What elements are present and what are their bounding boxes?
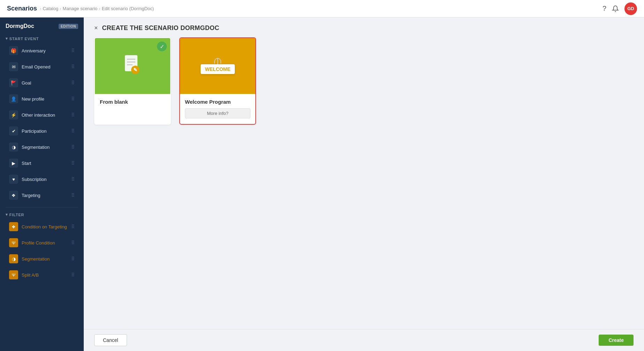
card-from-blank-body: From blank: [95, 94, 170, 114]
sidebar-item-condition-on-targeting[interactable]: ❖ Condition on Targeting ⠿: [6, 219, 78, 234]
sidebar-header: DormgDoc EDITION: [0, 17, 84, 34]
from-blank-check: ✓: [157, 42, 167, 51]
profile-condition-label: Profile Condition: [22, 240, 55, 246]
anniversary-drag[interactable]: ⠿: [71, 48, 75, 53]
main-content: ✎ ✓ From blank WELCOME Welcome Progr: [84, 37, 644, 329]
svg-rect-2: [127, 61, 135, 63]
breadcrumb-manage[interactable]: Manage scenario: [63, 6, 98, 11]
app-title: Scenarios: [7, 5, 37, 12]
breadcrumb-sep-2: ›: [60, 6, 61, 11]
sidebar-item-split-ab[interactable]: Ψ Split A/B ⠿: [6, 267, 78, 283]
sidebar-section-start-event: ▾ START EVENT 🎁 Anniversary ⠿ ✉ Email Op…: [0, 34, 84, 205]
other-interaction-drag[interactable]: ⠿: [71, 112, 75, 118]
participation-drag[interactable]: ⠿: [71, 128, 75, 134]
welcome-program-label: Welcome Program: [185, 99, 250, 105]
sidebar-divider: [6, 207, 78, 207]
sidebar-item-other-interaction[interactable]: ⚡ Other interaction ⠿: [6, 107, 78, 123]
create-button[interactable]: Create: [599, 335, 634, 346]
svg-rect-1: [127, 59, 135, 60]
welcome-sign: WELCOME: [201, 64, 234, 74]
breadcrumb-catalog[interactable]: Catalog: [43, 6, 58, 11]
main-panel: × CREATE THE SCENARIO DORMGDOC ✎ ✓: [84, 17, 644, 351]
subscription-drag[interactable]: ⠿: [71, 176, 75, 182]
anniversary-icon: 🎁: [9, 46, 18, 55]
breadcrumb-sep-1: ›: [40, 6, 41, 11]
welcome-hanger: WELCOME: [201, 58, 234, 74]
goal-label: Goal: [22, 80, 31, 86]
email-opened-drag[interactable]: ⠿: [71, 64, 75, 70]
breadcrumb: › Catalog › Manage scenario › Edit scena…: [40, 6, 154, 11]
profile-condition-drag[interactable]: ⠿: [71, 240, 75, 246]
condition-on-targeting-icon: ❖: [9, 222, 18, 231]
segmentation-filter-drag[interactable]: ⠿: [71, 256, 75, 262]
participation-label: Participation: [22, 129, 47, 134]
card-welcome-image: WELCOME: [180, 38, 255, 94]
card-from-blank-image: ✎ ✓: [95, 38, 170, 94]
sidebar-item-participation[interactable]: ✔ Participation ⠿: [6, 123, 78, 139]
new-profile-icon: 👤: [9, 94, 18, 103]
goal-drag[interactable]: ⠿: [71, 80, 75, 86]
start-icon: ▶: [9, 159, 18, 168]
goal-icon: 🚩: [9, 78, 18, 87]
section-label-filter: ▾ FILTER: [6, 212, 78, 217]
sidebar-item-email-opened[interactable]: ✉ Email Opened ⠿: [6, 59, 78, 74]
subscription-label: Subscription: [22, 177, 47, 182]
segmentation-icon: ◑: [9, 142, 18, 152]
card-welcome-body: Welcome Program More info?: [180, 94, 255, 124]
condition-on-targeting-label: Condition on Targeting: [22, 224, 67, 229]
topbar-right: ? GD: [602, 2, 637, 15]
participation-icon: ✔: [9, 126, 18, 136]
other-interaction-icon: ⚡: [9, 110, 18, 119]
breadcrumb-edit: Edit scenario (DormgDoc): [102, 6, 154, 11]
layout: DormgDoc EDITION ▾ START EVENT 🎁 Anniver…: [0, 17, 644, 351]
start-label: Start: [22, 161, 31, 166]
anniversary-label: Anniversary: [22, 48, 46, 53]
sidebar-title: DormgDoc: [6, 23, 34, 29]
email-opened-icon: ✉: [9, 62, 18, 71]
help-button[interactable]: ?: [602, 5, 606, 13]
topbar-left: Scenarios › Catalog › Manage scenario › …: [7, 5, 154, 12]
avatar[interactable]: GD: [624, 2, 637, 15]
section-label-start-event: ▾ START EVENT: [6, 36, 78, 41]
sidebar-item-segmentation-filter[interactable]: ◑ Segmentation ⠿: [6, 251, 78, 266]
card-welcome-program[interactable]: WELCOME Welcome Program More info?: [179, 37, 256, 125]
split-ab-drag[interactable]: ⠿: [71, 272, 75, 278]
svg-text:✎: ✎: [133, 67, 137, 73]
svg-rect-3: [127, 64, 133, 65]
sidebar-section-filter: ▾ FILTER ❖ Condition on Targeting ⠿ Ψ Pr…: [0, 210, 84, 285]
sidebar: DormgDoc EDITION ▾ START EVENT 🎁 Anniver…: [0, 17, 84, 351]
segmentation-drag[interactable]: ⠿: [71, 144, 75, 150]
condition-on-targeting-drag[interactable]: ⠿: [71, 224, 75, 229]
segmentation-filter-icon: ◑: [9, 254, 18, 263]
other-interaction-label: Other interaction: [22, 112, 55, 118]
card-from-blank[interactable]: ✎ ✓ From blank: [94, 37, 171, 125]
split-ab-label: Split A/B: [22, 272, 39, 278]
sidebar-item-profile-condition[interactable]: Ψ Profile Condition ⠿: [6, 235, 78, 250]
more-info-button[interactable]: More info?: [185, 108, 250, 118]
sidebar-item-segmentation[interactable]: ◑ Segmentation ⠿: [6, 139, 78, 155]
start-drag[interactable]: ⠿: [71, 160, 75, 166]
new-profile-label: New profile: [22, 96, 44, 102]
sidebar-item-targeting[interactable]: ❖ Targeting ⠿: [6, 188, 78, 203]
sidebar-item-new-profile[interactable]: 👤 New profile ⠿: [6, 91, 78, 107]
targeting-drag[interactable]: ⠿: [71, 192, 75, 198]
sidebar-item-goal[interactable]: 🚩 Goal ⠿: [6, 75, 78, 90]
notification-button[interactable]: [612, 5, 619, 12]
breadcrumb-sep-3: ›: [99, 6, 100, 11]
main-title: CREATE THE SCENARIO DORMGDOC: [102, 24, 219, 32]
profile-condition-icon: Ψ: [9, 238, 18, 247]
topbar: Scenarios › Catalog › Manage scenario › …: [0, 0, 644, 17]
new-profile-drag[interactable]: ⠿: [71, 96, 75, 102]
cancel-button[interactable]: Cancel: [94, 334, 127, 346]
sidebar-item-start[interactable]: ▶ Start ⠿: [6, 155, 78, 171]
main-footer: Cancel Create: [84, 329, 644, 351]
sidebar-badge: EDITION: [59, 24, 78, 29]
from-blank-label: From blank: [100, 99, 165, 105]
targeting-icon: ❖: [9, 191, 18, 200]
sidebar-item-anniversary[interactable]: 🎁 Anniversary ⠿: [6, 43, 78, 58]
close-button[interactable]: ×: [94, 24, 98, 32]
segmentation-filter-label: Segmentation: [22, 256, 50, 262]
main-header: × CREATE THE SCENARIO DORMGDOC: [84, 17, 644, 37]
segmentation-label: Segmentation: [22, 145, 50, 150]
sidebar-item-subscription[interactable]: ♥ Subscription ⠿: [6, 171, 78, 187]
